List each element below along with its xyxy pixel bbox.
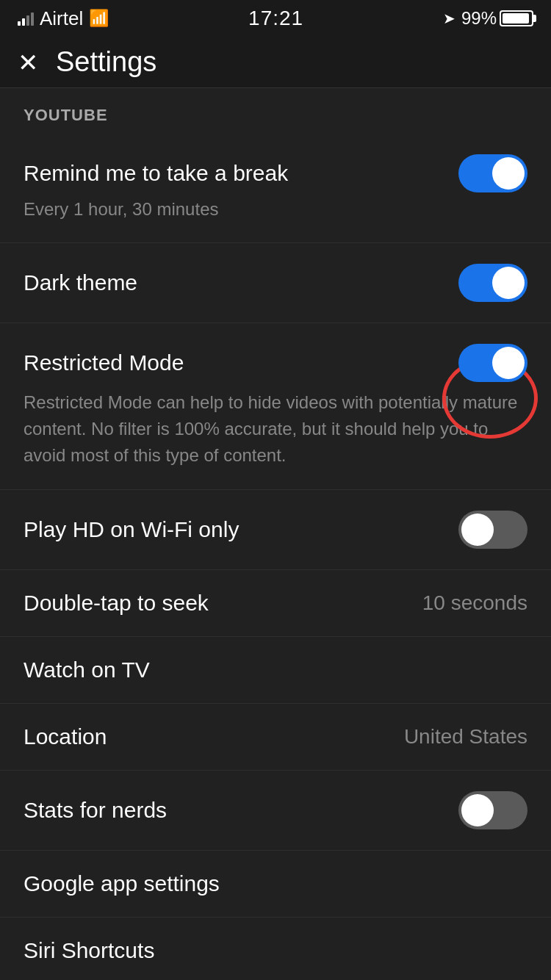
setting-stats-nerds: Stats for nerds <box>0 771 551 851</box>
play-hd-label: Play HD on Wi-Fi only <box>24 517 239 542</box>
remind-break-subtitle: Every 1 hour, 30 minutes <box>24 197 218 222</box>
battery-container: 99% <box>461 8 533 29</box>
battery-fill <box>503 13 529 24</box>
dark-theme-label: Dark theme <box>24 270 137 295</box>
toggle-knob <box>492 267 525 299</box>
setting-play-hd: Play HD on Wi-Fi only <box>0 490 551 570</box>
setting-restricted-mode: Restricted Mode Restricted Mode can help… <box>0 323 551 490</box>
battery-label: 99% <box>461 8 497 29</box>
setting-remind-break: Remind me to take a break Every 1 hour, … <box>0 134 551 243</box>
toggle-knob <box>492 347 525 379</box>
section-header-youtube: YOUTUBE <box>0 88 551 134</box>
toggle-knob <box>461 794 494 826</box>
setting-double-tap[interactable]: Double-tap to seek 10 seconds <box>0 570 551 637</box>
battery-icon <box>500 10 533 26</box>
carrier-label: Airtel <box>40 7 83 30</box>
google-app-label: Google app settings <box>24 871 220 896</box>
setting-siri-shortcuts[interactable]: Siri Shortcuts <box>0 918 551 980</box>
close-button[interactable]: ✕ <box>18 50 38 75</box>
location-value: United States <box>404 725 527 749</box>
restricted-mode-toggle[interactable] <box>458 344 527 382</box>
watch-tv-label: Watch on TV <box>24 657 150 682</box>
toggle-knob <box>492 157 525 190</box>
restricted-mode-label: Restricted Mode <box>24 350 184 375</box>
status-bar: Airtel 📶 17:21 ➤ 99% <box>0 0 551 37</box>
setting-location[interactable]: Location United States <box>0 704 551 771</box>
title-bar: ✕ Settings <box>0 37 551 88</box>
signal-icon <box>18 11 34 26</box>
toggle-knob <box>461 514 494 546</box>
restricted-mode-description: Restricted Mode can help to hide videos … <box>24 389 527 469</box>
status-left: Airtel 📶 <box>18 7 109 30</box>
siri-shortcuts-label: Siri Shortcuts <box>24 938 154 963</box>
double-tap-label: Double-tap to seek <box>24 591 209 616</box>
status-right: ➤ 99% <box>443 8 533 29</box>
dark-theme-toggle[interactable] <box>458 264 527 302</box>
double-tap-value: 10 seconds <box>422 591 527 615</box>
setting-google-app[interactable]: Google app settings <box>0 851 551 918</box>
page-title: Settings <box>56 46 156 78</box>
remind-break-toggle[interactable] <box>458 154 527 192</box>
play-hd-toggle[interactable] <box>458 511 527 549</box>
location-label: Location <box>24 724 107 749</box>
wifi-icon: 📶 <box>89 9 109 28</box>
stats-nerds-label: Stats for nerds <box>24 798 167 823</box>
setting-watch-tv[interactable]: Watch on TV <box>0 637 551 704</box>
settings-content: YOUTUBE Remind me to take a break Every … <box>0 88 551 980</box>
stats-nerds-toggle[interactable] <box>458 791 527 829</box>
time-label: 17:21 <box>248 7 303 30</box>
remind-break-label: Remind me to take a break <box>24 161 288 186</box>
location-icon: ➤ <box>443 10 455 27</box>
setting-dark-theme: Dark theme <box>0 243 551 323</box>
